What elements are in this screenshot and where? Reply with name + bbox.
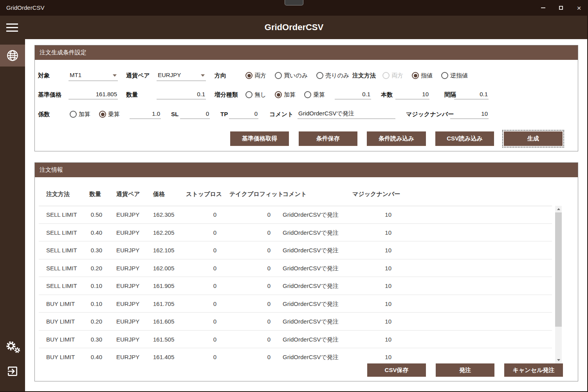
globe-nav-button[interactable] <box>0 45 25 67</box>
sl-input[interactable] <box>180 109 210 119</box>
coefficient-radio-group: 加算 乗算 <box>70 109 120 120</box>
order-cell-pair: EURJPY <box>116 277 148 295</box>
maximize-button[interactable] <box>552 0 570 16</box>
order-cell-quantity: 0.20 <box>74 313 102 330</box>
app-window: GridOrderCSV × GridOrderCSV <box>0 0 588 392</box>
minimize-icon <box>541 7 545 8</box>
order-cell-magic: 10 <box>352 277 391 295</box>
interval-input[interactable] <box>454 89 489 99</box>
order-row[interactable]: SELL LIMIT 0.30 EURJPY 162.105 0 0 GridO… <box>39 241 552 259</box>
comment-label: コメント <box>269 109 293 120</box>
increment-radio-add[interactable]: 加算 <box>275 91 296 99</box>
order-cell-price: 161.705 <box>153 295 188 313</box>
order-cell-stoploss: 0 <box>186 241 216 259</box>
order-row[interactable]: SELL LIMIT 0.40 EURJPY 162.205 0 0 GridO… <box>39 224 552 242</box>
conditions-panel-header: 注文生成条件設定 <box>35 45 578 60</box>
radio-icon <box>70 111 77 118</box>
order-row[interactable]: SELL LIMIT 0.10 EURJPY 161.905 0 0 GridO… <box>39 277 552 295</box>
order-row[interactable]: BUY LIMIT 0.10 EURJPY 161.705 0 0 GridOr… <box>39 295 552 313</box>
conditions-panel-title: 注文生成条件設定 <box>40 49 87 56</box>
order-cell-price: 162.305 <box>153 206 188 223</box>
coefficient-radio-multiply[interactable]: 乗算 <box>99 111 120 118</box>
order-cell-quantity: 0.20 <box>74 259 102 277</box>
increment-value-input[interactable] <box>335 89 371 99</box>
order-cell-stoploss: 0 <box>186 348 216 363</box>
base-price-label: 基準価格 <box>38 89 61 100</box>
orders-panel-header: 注文情報 <box>35 163 578 177</box>
order-cell-quantity: 0.40 <box>74 224 102 241</box>
close-button[interactable]: × <box>570 0 588 16</box>
order-cell-stoploss: 0 <box>186 313 216 330</box>
exit-button[interactable] <box>0 361 25 381</box>
load-csv-button[interactable]: CSV読み込み <box>435 131 494 146</box>
order-cell-stoploss: 0 <box>186 224 216 241</box>
tp-input[interactable] <box>229 109 258 119</box>
radio-icon <box>382 72 390 79</box>
magic-number-input[interactable] <box>450 109 489 119</box>
method-radio-both[interactable]: 両方 <box>382 72 403 79</box>
order-cell-magic: 10 <box>352 295 391 313</box>
order-cell-magic: 10 <box>352 224 391 241</box>
base-price-input[interactable] <box>69 89 118 99</box>
direction-radio-both[interactable]: 両方 <box>245 72 266 79</box>
minimize-button[interactable] <box>534 0 552 16</box>
tp-label: TP <box>220 109 228 120</box>
order-cell-pair: EURJPY <box>116 259 148 277</box>
order-table-header: 注文方法 数量 通貨ペア 価格 ストップロス テイクプロフィット コメント マジ… <box>39 177 552 206</box>
order-cell-price: 161.605 <box>153 313 188 330</box>
settings-button[interactable] <box>0 338 25 356</box>
order-row[interactable]: SELL LIMIT 0.20 EURJPY 162.005 0 0 GridO… <box>39 259 552 277</box>
conditions-panel-body: 対象 MT1 通貨ペア EURJPY 方向 両方 <box>35 60 578 151</box>
order-cell-takeprofit: 0 <box>229 331 271 348</box>
window-title: GridOrderCSV <box>6 0 45 16</box>
chevron-down-icon <box>201 74 205 77</box>
order-cell-takeprofit: 0 <box>229 259 271 277</box>
increment-radio-multiply[interactable]: 乗算 <box>304 91 325 99</box>
column-header-method: 注文方法 <box>46 189 70 199</box>
order-cell-quantity: 0.40 <box>74 348 102 363</box>
scrollbar-thumb[interactable] <box>555 212 562 327</box>
comment-input[interactable] <box>298 109 395 119</box>
place-order-button[interactable]: 発注 <box>436 363 494 377</box>
globe-icon <box>6 49 19 62</box>
quantity-input[interactable] <box>157 89 206 99</box>
increment-radio-group: 無し 加算 乗算 <box>245 89 325 100</box>
order-cell-takeprofit: 0 <box>229 241 271 259</box>
titlebar: GridOrderCSV × <box>0 0 588 16</box>
order-row[interactable]: SELL LIMIT 0.50 EURJPY 162.305 0 0 GridO… <box>39 206 552 224</box>
generate-button[interactable]: 生成 <box>504 131 563 146</box>
order-cell-price: 162.005 <box>153 259 188 277</box>
get-base-price-button[interactable]: 基準価格取得 <box>230 131 289 146</box>
order-cell-pair: EURJPY <box>116 331 148 348</box>
radio-icon <box>245 91 253 98</box>
count-input[interactable] <box>395 89 429 99</box>
csv-save-button[interactable]: CSV保存 <box>367 363 426 377</box>
order-cell-pair: EURJPY <box>116 241 148 259</box>
method-radio-limit[interactable]: 指値 <box>412 72 433 79</box>
direction-radio-sell-only[interactable]: 売りのみ <box>316 72 349 79</box>
exit-icon <box>6 365 19 378</box>
method-radio-stop[interactable]: 逆指値 <box>441 72 468 79</box>
order-row[interactable]: BUY LIMIT 0.20 EURJPY 161.605 0 0 GridOr… <box>39 313 552 331</box>
direction-radio-group: 両方 買いのみ 売りのみ <box>245 70 349 81</box>
save-conditions-button[interactable]: 条件保存 <box>299 131 357 146</box>
cancel-order-button[interactable]: キャンセル発注 <box>504 363 563 377</box>
order-cell-takeprofit: 0 <box>229 295 271 313</box>
coefficient-radio-add[interactable]: 加算 <box>70 111 90 118</box>
orders-scrollbar[interactable] <box>555 206 562 363</box>
scroll-up-button[interactable] <box>555 206 562 212</box>
order-rows: SELL LIMIT 0.50 EURJPY 162.305 0 0 GridO… <box>39 206 552 363</box>
target-select[interactable]: MT1 <box>69 70 118 81</box>
load-conditions-button[interactable]: 条件読み込み <box>367 131 426 146</box>
order-cell-magic: 10 <box>352 348 391 363</box>
radio-icon <box>304 91 311 98</box>
page-title: GridOrderCSV <box>0 16 588 39</box>
currency-pair-select[interactable]: EURJPY <box>157 70 206 81</box>
order-row[interactable]: BUY LIMIT 0.30 EURJPY 161.505 0 0 GridOr… <box>39 331 552 349</box>
direction-radio-buy-only[interactable]: 買いのみ <box>275 72 308 79</box>
scroll-down-button[interactable] <box>555 357 562 363</box>
order-row[interactable]: BUY LIMIT 0.40 EURJPY 161.405 0 0 GridOr… <box>39 348 552 363</box>
coefficient-value-input[interactable] <box>130 109 161 119</box>
order-cell-stoploss: 0 <box>186 206 216 223</box>
increment-radio-none[interactable]: 無し <box>245 91 266 99</box>
